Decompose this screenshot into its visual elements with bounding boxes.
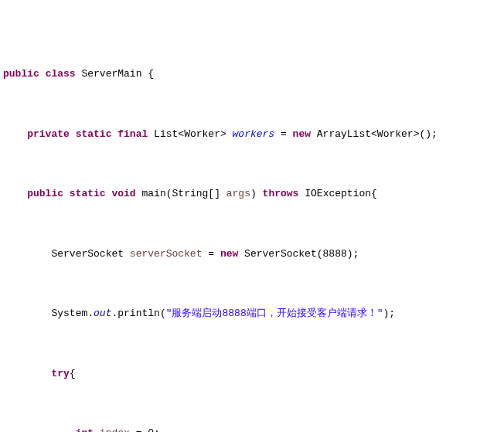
blank-line <box>0 396 504 411</box>
type-arraylist: ArrayList <box>317 128 371 140</box>
field-out: out <box>94 308 111 319</box>
code-line: int index = 0; <box>0 426 504 432</box>
code-line: private static final List<Worker> worker… <box>0 127 504 142</box>
keyword-class: class <box>46 68 76 80</box>
keyword-int: int <box>76 427 94 432</box>
keyword-try: try <box>51 368 69 379</box>
blank-line <box>0 97 504 111</box>
method-main: main <box>142 188 166 199</box>
code-line: ServerSocket serverSocket = new ServerSo… <box>0 247 504 262</box>
number-zero: 0 <box>148 427 154 432</box>
code-line: try{ <box>0 366 504 382</box>
type-worker: Worker <box>184 128 220 140</box>
code-line: System.out.println("服务端启动8888端口，开始接受客户端请… <box>0 306 504 321</box>
class-name: ServerMain <box>81 68 141 80</box>
var-serversocket: serverSocket <box>130 248 203 260</box>
method-println: println <box>117 308 160 319</box>
type-serversocket: ServerSocket <box>244 248 317 260</box>
keyword-void: void <box>111 188 135 199</box>
type-string-array: String[] <box>172 188 220 199</box>
field-workers: workers <box>233 128 275 140</box>
keyword-new: new <box>293 128 311 140</box>
blank-line <box>0 277 504 291</box>
keyword-static: static <box>76 128 112 140</box>
port-number: 8888 <box>323 248 347 260</box>
type-ioexception: IOException <box>305 188 371 199</box>
type-system: System <box>51 308 87 319</box>
blank-line <box>0 336 504 351</box>
keyword-throws: throws <box>263 188 299 199</box>
keyword-final: final <box>117 128 148 140</box>
string-literal: "服务端启动8888端口，开始接受客户端请求！" <box>166 308 383 319</box>
keyword-public: public <box>27 188 63 199</box>
code-line: public class ServerMain { <box>0 66 504 82</box>
type-worker: Worker <box>377 128 414 140</box>
type-serversocket: ServerSocket <box>51 248 124 260</box>
keyword-public: public <box>3 68 39 80</box>
keyword-static: static <box>70 188 106 199</box>
blank-line <box>0 216 504 231</box>
keyword-private: private <box>27 128 70 140</box>
code-line: public static void main(String[] args) t… <box>0 186 504 202</box>
keyword-new: new <box>220 248 238 260</box>
var-index: index <box>100 427 130 432</box>
blank-line <box>0 157 504 172</box>
param-args: args <box>226 188 250 199</box>
type-list: List <box>154 128 178 140</box>
